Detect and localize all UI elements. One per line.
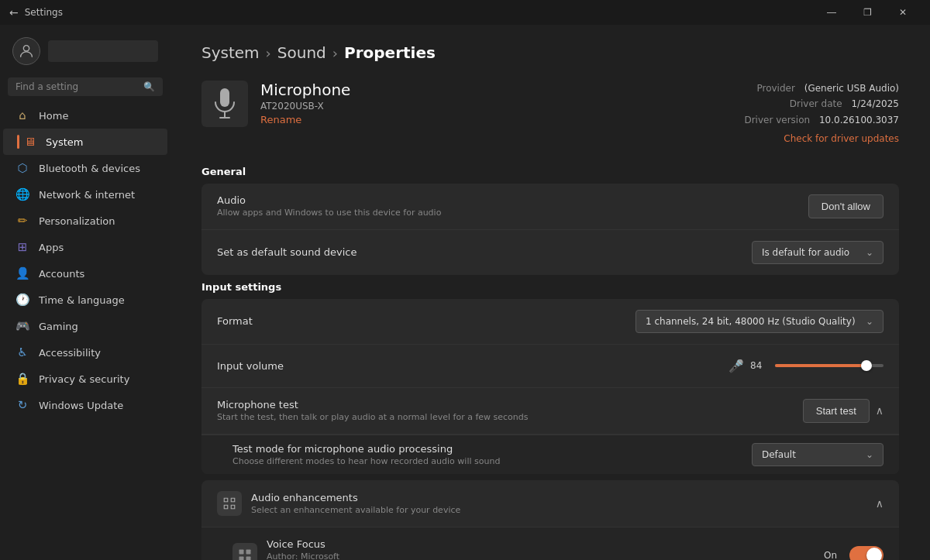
input-volume-row: Input volume 🎤 84	[202, 345, 899, 388]
main-content: System › Sound › Properties Microphone A…	[170, 25, 930, 560]
format-row: Format 1 channels, 24 bit, 48000 Hz (Stu…	[202, 299, 899, 345]
general-section-title: General	[202, 166, 899, 177]
default-device-row: Set as default sound device Is default f…	[202, 230, 899, 275]
close-button[interactable]: ✕	[885, 0, 921, 25]
format-info: Format	[217, 315, 636, 327]
format-dropdown[interactable]: 1 channels, 24 bit, 48000 Hz (Studio Qua…	[636, 310, 884, 333]
nav-list: ⌂ Home 🖥 System ⬡ Bluetooth & devices 🌐 …	[0, 102, 170, 418]
start-test-button[interactable]: Start test	[803, 399, 870, 423]
accounts-icon: 👤	[16, 266, 29, 280]
username-box	[48, 40, 158, 62]
sidebar-item-apps[interactable]: ⊞ Apps	[3, 234, 167, 260]
breadcrumb-sep-1: ›	[266, 45, 271, 61]
sidebar-item-accessibility[interactable]: ♿ Accessibility	[3, 339, 167, 366]
apps-icon: ⊞	[16, 240, 29, 254]
provider-value: (Generic USB Audio)	[804, 83, 899, 94]
voice-focus-control: On	[824, 546, 884, 560]
avatar	[12, 37, 40, 65]
sidebar-item-label: Accounts	[39, 268, 84, 280]
sidebar-item-label: Gaming	[39, 321, 78, 332]
voice-focus-icon-box	[232, 543, 257, 560]
driver-info: Provider (Generic USB Audio) Driver date…	[744, 81, 899, 147]
audio-desc: Allow apps and Windows to use this devic…	[217, 208, 808, 218]
sidebar-item-label: Personalization	[39, 215, 115, 227]
audio-control: Don't allow	[808, 194, 884, 218]
back-button[interactable]: ←	[9, 6, 19, 19]
sidebar-item-personalization[interactable]: ✏ Personalization	[3, 208, 167, 234]
sidebar-item-bluetooth[interactable]: ⬡ Bluetooth & devices	[3, 155, 167, 181]
driver-version-label: Driver version	[744, 115, 810, 125]
sidebar-item-time[interactable]: 🕐 Time & language	[3, 287, 167, 313]
search-placeholder: Find a setting	[16, 81, 139, 92]
sidebar-item-label: System	[46, 136, 83, 148]
svg-rect-1	[220, 88, 229, 107]
rename-link[interactable]: Rename	[260, 114, 301, 125]
volume-label: Input volume	[217, 360, 728, 372]
chevron-down-icon: ⌄	[866, 449, 873, 460]
sidebar-item-network[interactable]: 🌐 Network & internet	[3, 181, 167, 208]
dont-allow-button[interactable]: Don't allow	[808, 194, 884, 218]
sidebar-item-privacy[interactable]: 🔒 Privacy & security	[3, 366, 167, 392]
mic-test-row: Microphone test Start the test, then tal…	[202, 388, 899, 435]
device-header: Microphone AT2020USB-X Rename Provider (…	[202, 81, 899, 147]
device-model: AT2020USB-X	[260, 101, 732, 112]
search-bar[interactable]: Find a setting 🔍	[8, 77, 163, 96]
mic-test-info: Microphone test Start the test, then tal…	[217, 399, 803, 422]
test-mode-label: Test mode for microphone audio processin…	[232, 443, 752, 455]
svg-rect-4	[239, 550, 244, 555]
microphone-icon: 🎤	[728, 359, 744, 373]
breadcrumb-current: Properties	[344, 43, 436, 62]
test-mode-control: Default ⌄	[752, 443, 884, 466]
driver-version-value: 10.0.26100.3037	[819, 115, 899, 125]
sidebar-item-home[interactable]: ⌂ Home	[3, 102, 167, 129]
audio-info: Audio Allow apps and Windows to use this…	[217, 194, 808, 218]
check-driver-link[interactable]: Check for driver updates	[744, 131, 899, 146]
minimize-button[interactable]: —	[814, 0, 849, 25]
svg-point-0	[23, 46, 29, 51]
gaming-icon: 🎮	[16, 319, 29, 333]
sidebar-item-accounts[interactable]: 👤 Accounts	[3, 260, 167, 287]
test-mode-desc: Choose different modes to hear how recor…	[232, 456, 752, 466]
format-control: 1 channels, 24 bit, 48000 Hz (Studio Qua…	[636, 310, 884, 333]
svg-rect-6	[239, 557, 244, 560]
search-icon: 🔍	[143, 81, 155, 92]
voice-focus-toggle[interactable]	[849, 546, 884, 560]
driver-date-value: 1/24/2025	[851, 98, 899, 109]
general-card: Audio Allow apps and Windows to use this…	[202, 184, 899, 275]
input-settings-title: Input settings	[202, 281, 899, 293]
voice-focus-info: Voice Focus Author: Microsoft Reduces ba…	[267, 538, 824, 560]
provider-label: Provider	[756, 83, 794, 94]
sidebar-item-gaming[interactable]: 🎮 Gaming	[3, 313, 167, 339]
sidebar-item-update[interactable]: ↻ Windows Update	[3, 392, 167, 418]
test-mode-info: Test mode for microphone audio processin…	[232, 443, 752, 466]
audio-enhancements-title: Audio enhancements	[251, 492, 866, 503]
collapse-chevron-icon: ∧	[876, 497, 884, 510]
app-body: Find a setting 🔍 ⌂ Home 🖥 System ⬡ Bluet…	[0, 25, 930, 560]
test-mode-dropdown[interactable]: Default ⌄	[752, 443, 884, 466]
device-name: Microphone	[260, 81, 732, 99]
sidebar-item-label: Home	[39, 110, 68, 122]
volume-slider[interactable]	[775, 364, 884, 367]
audio-enhancements-header[interactable]: Audio enhancements Select an enhancement…	[202, 480, 899, 527]
default-device-control: Is default for audio ⌄	[752, 241, 884, 264]
titlebar-left: ← Settings	[9, 6, 63, 19]
driver-date-row: Driver date 1/24/2025	[744, 96, 899, 112]
user-profile-area	[0, 31, 170, 77]
update-icon: ↻	[16, 398, 29, 412]
voice-focus-label: Voice Focus	[267, 538, 824, 550]
driver-version-row: Driver version 10.0.26100.3037	[744, 112, 899, 128]
volume-number: 84	[750, 360, 769, 371]
bluetooth-icon: ⬡	[16, 161, 29, 175]
driver-date-label: Driver date	[790, 98, 842, 109]
restore-button[interactable]: ❐	[849, 0, 885, 25]
audio-label: Audio	[217, 194, 808, 206]
voice-focus-state: On	[824, 550, 837, 560]
network-icon: 🌐	[16, 187, 29, 201]
breadcrumb-system: System	[202, 43, 260, 62]
default-dropdown[interactable]: Is default for audio ⌄	[752, 241, 884, 264]
sidebar-item-system[interactable]: 🖥 System	[3, 129, 167, 155]
audio-enhancements-desc: Select an enhancement available for your…	[251, 505, 866, 515]
default-device-label: Set as default sound device	[217, 246, 752, 258]
sidebar-item-label: Windows Update	[39, 400, 123, 411]
sidebar-item-label: Bluetooth & devices	[39, 163, 140, 174]
